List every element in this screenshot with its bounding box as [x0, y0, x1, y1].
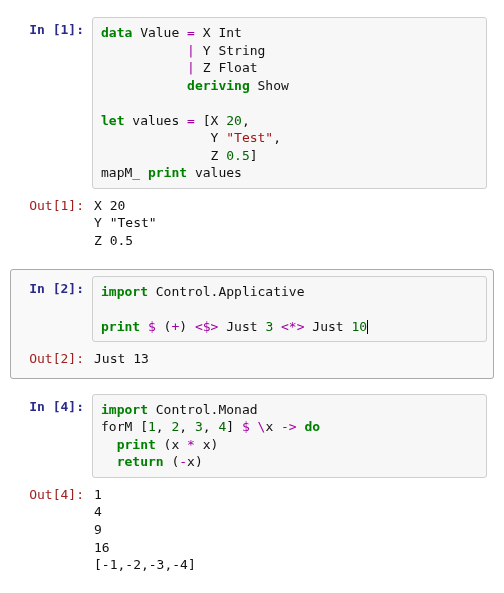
- code-token: [101, 60, 187, 75]
- input-prompt: In [1]:: [17, 17, 92, 39]
- code-token: [101, 78, 187, 93]
- code-token: values: [187, 165, 242, 180]
- code-token: Value: [132, 25, 187, 40]
- code-token: =: [187, 113, 195, 128]
- code-token: ,: [203, 419, 219, 434]
- code-token: do: [305, 419, 321, 434]
- code-token: Control.Monad: [148, 402, 258, 417]
- code-token: print: [101, 319, 140, 334]
- code-token: <$>: [195, 319, 218, 334]
- code-cell[interactable]: In [2]:import Control.Applicative print …: [10, 269, 494, 379]
- code-token: return: [117, 454, 164, 469]
- code-token: x): [195, 437, 218, 452]
- code-token: 20: [226, 113, 242, 128]
- output-row: Out[1]:X 20 Y "Test" Z 0.5: [11, 191, 493, 256]
- notebook-container: In [1]:data Value = X Int | Y String | Z…: [10, 10, 494, 585]
- output-prompt: Out[2]:: [17, 346, 92, 368]
- code-token: 0.5: [226, 148, 249, 163]
- code-token: [101, 437, 117, 452]
- code-token: ,: [273, 130, 281, 145]
- code-token: ,: [242, 113, 250, 128]
- code-token: (: [156, 319, 172, 334]
- output-row: Out[2]:Just 13: [11, 344, 493, 374]
- code-token: 10: [352, 319, 368, 334]
- code-token: (: [164, 454, 180, 469]
- code-token: x: [265, 419, 281, 434]
- code-token: -: [179, 454, 187, 469]
- code-token: let: [101, 113, 124, 128]
- code-token: ->: [281, 419, 297, 434]
- code-token: ]: [226, 419, 242, 434]
- input-prompt: In [2]:: [17, 276, 92, 298]
- code-token: *: [187, 437, 195, 452]
- code-token: ,: [156, 419, 172, 434]
- code-token: Just: [218, 319, 265, 334]
- code-token: [140, 319, 148, 334]
- code-token: X Int: [195, 25, 242, 40]
- output-text: Just 13: [92, 346, 487, 372]
- output-text: X 20 Y "Test" Z 0.5: [92, 193, 487, 254]
- code-token: <*>: [281, 319, 304, 334]
- code-token: [297, 419, 305, 434]
- code-token: =: [187, 25, 195, 40]
- input-row: In [1]:data Value = X Int | Y String | Z…: [11, 15, 493, 191]
- input-prompt: In [4]:: [17, 394, 92, 416]
- code-cell[interactable]: In [1]:data Value = X Int | Y String | Z…: [10, 10, 494, 261]
- code-token: deriving: [187, 78, 250, 93]
- code-token: mapM_: [101, 165, 148, 180]
- code-token: |: [187, 43, 195, 58]
- code-token: [101, 43, 187, 58]
- code-token: Y String: [195, 43, 265, 58]
- output-text: 1 4 9 16 [-1,-2,-3,-4]: [92, 482, 487, 578]
- code-input[interactable]: import Control.Monad forM [1, 2, 3, 4] $…: [92, 394, 487, 478]
- code-token: ]: [250, 148, 258, 163]
- code-token: Z Float: [195, 60, 258, 75]
- code-token: x): [187, 454, 203, 469]
- code-token: Show: [250, 78, 289, 93]
- code-input[interactable]: import Control.Applicative print $ (+) <…: [92, 276, 487, 343]
- code-token: [101, 454, 117, 469]
- code-token: $: [242, 419, 250, 434]
- code-token: Y: [101, 130, 226, 145]
- code-token: (x: [156, 437, 187, 452]
- code-token: values: [124, 113, 187, 128]
- output-prompt: Out[1]:: [17, 193, 92, 215]
- code-token: $: [148, 319, 156, 334]
- code-token: forM [: [101, 419, 148, 434]
- input-row: In [2]:import Control.Applicative print …: [11, 274, 493, 345]
- input-row: In [4]:import Control.Monad forM [1, 2, …: [11, 392, 493, 480]
- code-token: import: [101, 284, 148, 299]
- code-token: import: [101, 402, 148, 417]
- code-token: Z: [101, 148, 226, 163]
- code-token: data: [101, 25, 132, 40]
- code-token: ,: [179, 419, 195, 434]
- code-token: 1: [148, 419, 156, 434]
- code-token: Just: [305, 319, 352, 334]
- code-token: ): [179, 319, 195, 334]
- code-token: |: [187, 60, 195, 75]
- code-token: [250, 419, 258, 434]
- text-cursor: [367, 320, 368, 334]
- code-token: "Test": [226, 130, 273, 145]
- code-token: Control.Applicative: [148, 284, 305, 299]
- code-input[interactable]: data Value = X Int | Y String | Z Float …: [92, 17, 487, 189]
- code-token: [X: [195, 113, 226, 128]
- code-token: print: [148, 165, 187, 180]
- output-row: Out[4]:1 4 9 16 [-1,-2,-3,-4]: [11, 480, 493, 580]
- code-cell[interactable]: In [4]:import Control.Monad forM [1, 2, …: [10, 387, 494, 585]
- output-prompt: Out[4]:: [17, 482, 92, 504]
- code-token: [273, 319, 281, 334]
- code-token: 3: [195, 419, 203, 434]
- code-token: print: [117, 437, 156, 452]
